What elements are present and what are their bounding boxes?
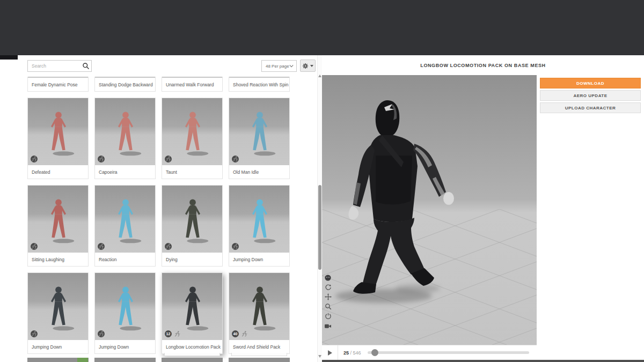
animation-card[interactable]: Defeated (27, 98, 89, 179)
play-button[interactable] (322, 345, 338, 360)
topbar-tab (0, 55, 18, 60)
play-icon (328, 350, 332, 356)
per-page-select[interactable]: 48 Per page (261, 60, 297, 72)
search-input[interactable] (28, 61, 82, 71)
mannequin-figure (37, 283, 80, 334)
library-scrollbar[interactable] (317, 55, 322, 362)
animation-thumbnail (162, 186, 222, 253)
animation-card-label: Standing Dodge Backward (95, 78, 155, 91)
animation-card-label: Defeated (28, 165, 88, 179)
animation-card-label: Old Man Idle (229, 165, 289, 179)
animation-thumbnail (229, 98, 289, 165)
running-man-icon (232, 243, 239, 250)
per-page-value: 48 Per page (266, 64, 289, 69)
animation-card-label: Jumping Down (95, 340, 155, 353)
3d-scene (322, 75, 537, 345)
chevron-down-icon (289, 64, 294, 68)
card-stub[interactable] (27, 358, 89, 362)
animation-thumbnail (28, 186, 88, 253)
gear-icon (302, 63, 309, 69)
next-row-card-stubs (27, 358, 290, 362)
pan-move-icon[interactable] (324, 293, 332, 301)
chevron-down-icon (310, 65, 313, 67)
animation-thumbnail (95, 186, 155, 253)
camera-icon[interactable] (324, 322, 332, 330)
animation-thumbnail (229, 186, 289, 253)
mannequin-figure (37, 108, 80, 159)
card-stub[interactable] (94, 358, 156, 362)
orbit-rotate-icon[interactable] (324, 283, 332, 291)
character-shadow (335, 284, 440, 303)
character-model (348, 100, 454, 294)
animation-thumbnail (95, 273, 155, 340)
running-man-icon (98, 243, 105, 250)
timeline-slider[interactable] (368, 351, 529, 354)
viewer-title: LONGBOW LOCOMOTION PACK ON BASE MESH (420, 63, 545, 68)
card-stub[interactable] (229, 358, 290, 362)
mannequin-figure (171, 195, 214, 247)
animation-card-label: Capoeira (95, 165, 155, 179)
running-man-icon (165, 156, 172, 162)
animation-library-panel: 48 Per page (26, 55, 317, 362)
animation-card-label: Shoved Reaction With Spin (229, 78, 289, 91)
animation-thumbnail: 40 (229, 273, 289, 340)
mannequin-figure (171, 108, 214, 159)
animation-card[interactable]: Jumping Down (27, 272, 89, 354)
mannequin-figure (238, 195, 281, 247)
animation-card-label: Dying (162, 253, 222, 266)
search-field (27, 60, 92, 72)
animation-card[interactable]: 40 Sword And Shield Pack (229, 272, 290, 354)
animation-card[interactable]: Sitting Laughing (27, 185, 89, 267)
running-man-icon (31, 243, 38, 250)
running-man-icon (31, 330, 38, 337)
animation-card[interactable]: Dying (162, 185, 223, 267)
animation-card[interactable]: Taunt (162, 98, 223, 179)
animation-card[interactable]: Old Man Idle (229, 98, 290, 179)
animation-card-label: Jumping Down (28, 340, 88, 353)
viewport-tool-column (324, 274, 332, 330)
animation-card-label: Female Dynamic Pose (28, 78, 88, 91)
pack-count-badge: 12 (165, 330, 172, 337)
animation-thumbnail (28, 273, 88, 340)
mannequin-figure (104, 283, 147, 334)
aero-update-button[interactable]: AERO UPDATE (540, 90, 641, 101)
animation-card-grid: Female Dynamic Pose (27, 70, 290, 354)
scrollbar-thumb[interactable] (318, 185, 321, 270)
animation-card[interactable]: Jumping Down (229, 185, 290, 267)
3d-viewport[interactable] (322, 75, 537, 345)
character-face-icon[interactable] (324, 274, 332, 282)
animation-thumbnail: 12 (162, 273, 222, 340)
card-stub-figure (77, 358, 88, 362)
playback-bar: 25 / 546 (322, 345, 537, 360)
animation-card[interactable]: Jumping Down (94, 272, 156, 354)
search-icon[interactable] (82, 62, 90, 70)
running-man-icon (165, 243, 172, 250)
mannequin-figure (238, 108, 281, 159)
pack-count-badge: 40 (232, 330, 239, 337)
animation-card[interactable]: 12 Longbow Locomotion Pack (162, 272, 223, 354)
timeline-slider-thumb[interactable] (371, 349, 378, 356)
animation-thumbnail (162, 98, 222, 165)
animation-card-label: Taunt (162, 165, 222, 179)
animation-card[interactable]: Capoeira (94, 98, 156, 179)
running-man-icon (98, 156, 105, 162)
animation-card-label: Sitting Laughing (28, 253, 88, 266)
zoom-icon[interactable] (324, 302, 332, 311)
viewer-title-bar: LONGBOW LOCOMOTION PACK ON BASE MESH (322, 55, 644, 75)
animation-thumbnail (28, 98, 88, 165)
settings-gear-button[interactable] (300, 60, 316, 72)
total-frames: 546 (353, 350, 361, 356)
scroll-down-arrow-icon[interactable] (318, 355, 321, 358)
upload-character-button[interactable]: UPLOAD CHARACTER (540, 102, 641, 113)
scroll-up-arrow-icon[interactable] (318, 75, 321, 77)
library-toolbar: 48 Per page (26, 55, 317, 77)
reset-view-icon[interactable] (324, 312, 332, 320)
running-man-icon (98, 330, 105, 337)
animation-card-label: Unarmed Walk Forward (162, 78, 222, 91)
running-man-icon (232, 156, 239, 162)
animation-card[interactable]: Reaction (94, 185, 156, 267)
card-stub[interactable] (162, 358, 223, 362)
animation-card-label: Sword And Shield Pack (229, 340, 289, 353)
download-button[interactable]: DOWNLOAD (540, 78, 641, 88)
animation-card-label: Longbow Locomotion Pack (162, 340, 222, 353)
